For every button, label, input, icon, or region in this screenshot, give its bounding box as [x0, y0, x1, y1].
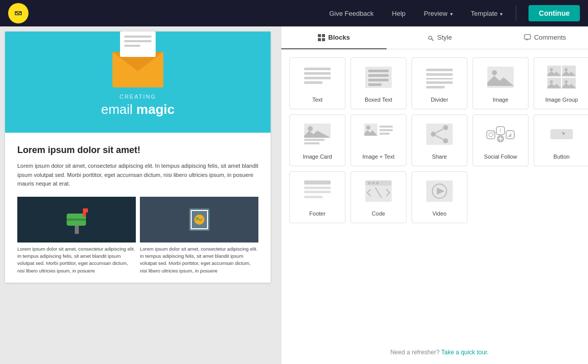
template-chevron-icon	[500, 10, 503, 17]
svg-rect-65	[304, 180, 331, 185]
block-video-icon-area	[416, 178, 463, 204]
block-image-text[interactable]: Image + Text	[350, 114, 406, 166]
col-text-1: Lorem ipsum dolor sit amet, consectetur …	[17, 242, 136, 275]
tour-link[interactable]: Take a quick tour.	[441, 349, 488, 356]
continue-button[interactable]: Continue	[528, 5, 580, 21]
divider-block-icon	[424, 65, 455, 90]
block-image-text-icon-area	[355, 121, 402, 147]
block-video-label: Video	[432, 210, 447, 217]
refresher-section: Need a refresher? Take a quick tour.	[281, 343, 588, 364]
template-link[interactable]: Template	[462, 10, 512, 17]
block-footer-icon-area	[294, 178, 341, 204]
block-text[interactable]: Text	[289, 57, 345, 109]
block-share-label: Share	[432, 154, 447, 160]
letter-lines	[120, 32, 156, 51]
blocks-row-3: Footer	[289, 171, 588, 223]
style-icon	[427, 34, 434, 41]
give-feedback-link[interactable]: Give Feedback	[320, 10, 383, 17]
block-boxed-text[interactable]: Boxed Text	[350, 57, 406, 109]
boxed-text-block-icon	[363, 65, 394, 90]
text-block-icon	[302, 65, 333, 90]
main-layout: CREATING email magic Lorem ipsum dolor s…	[0, 26, 588, 364]
svg-rect-49	[426, 124, 453, 145]
block-divider[interactable]: Divider	[411, 57, 467, 109]
blocks-row-2: Image Card Image + Text	[289, 114, 588, 166]
logo	[8, 3, 28, 23]
svg-rect-15	[524, 35, 531, 39]
nav-links: Give Feedback Help Preview Template Cont…	[320, 5, 580, 21]
block-code-icon-area	[355, 178, 402, 204]
panel-tabs: Blocks Style Comments	[281, 26, 588, 49]
block-code[interactable]: Code	[350, 171, 406, 223]
svg-rect-22	[368, 74, 389, 77]
svg-rect-5	[83, 208, 88, 213]
block-share-icon-area	[416, 121, 463, 147]
tab-comments[interactable]: Comments	[492, 26, 588, 49]
svg-point-71	[368, 182, 371, 185]
svg-line-14	[431, 39, 433, 41]
svg-rect-23	[368, 79, 389, 81]
preview-link[interactable]: Preview	[415, 10, 461, 17]
block-video[interactable]: Video	[411, 171, 467, 223]
blocks-icon	[318, 34, 325, 41]
svg-point-51	[431, 132, 436, 137]
email-heading: Lorem ipsum dolor sit amet!	[17, 145, 258, 156]
hero-subtitle: CREATING	[15, 94, 260, 100]
block-social-follow[interactable]: f Social Follow	[473, 114, 528, 166]
svg-rect-46	[379, 126, 393, 128]
svg-rect-18	[304, 77, 331, 79]
block-social-follow-icon-area: f	[477, 121, 524, 147]
preview-panel: CREATING email magic Lorem ipsum dolor s…	[0, 26, 281, 364]
svg-rect-11	[322, 34, 325, 37]
svg-rect-26	[426, 73, 453, 76]
tab-blocks[interactable]: Blocks	[281, 26, 387, 49]
svg-rect-43	[304, 142, 319, 144]
svg-rect-48	[379, 133, 390, 135]
svg-rect-28	[426, 81, 453, 84]
block-footer-label: Footer	[309, 210, 326, 217]
tab-style[interactable]: Style	[387, 26, 492, 49]
svg-rect-10	[318, 34, 321, 37]
svg-rect-13	[322, 38, 325, 41]
block-image-card[interactable]: Image Card	[289, 114, 345, 166]
block-image-group[interactable]: Image Group	[534, 57, 588, 109]
block-share[interactable]: Share	[411, 114, 467, 166]
image-group-block-icon	[546, 65, 577, 90]
block-image[interactable]: Image	[473, 57, 528, 109]
svg-point-37	[550, 80, 553, 83]
share-block-icon	[424, 122, 455, 147]
svg-point-73	[376, 182, 379, 185]
svg-point-56	[489, 133, 493, 137]
comments-icon	[524, 34, 531, 41]
svg-rect-21	[368, 70, 389, 72]
blocks-panel: Blocks Style Comments	[281, 26, 588, 364]
block-boxed-text-label: Boxed Text	[365, 97, 392, 103]
block-image-card-icon-area	[294, 121, 341, 147]
block-image-label: Image	[493, 97, 509, 103]
footer-block-icon	[302, 178, 333, 204]
email-body: Lorem ipsum dolor sit amet! Lorem ipsum …	[5, 133, 271, 283]
help-link[interactable]: Help	[383, 10, 415, 17]
letter-line-short	[124, 45, 140, 47]
block-text-label: Text	[312, 97, 322, 103]
block-text-icon-area	[294, 64, 341, 90]
col-image-2	[140, 197, 258, 242]
svg-point-0	[13, 8, 23, 18]
social-follow-block-icon: f	[485, 122, 516, 147]
svg-rect-29	[426, 86, 445, 88]
image-text-block-icon	[363, 122, 394, 147]
svg-point-57	[493, 132, 494, 133]
block-button[interactable]: Button	[534, 114, 588, 166]
envelope-letter	[120, 32, 156, 57]
hero-title: email magic	[15, 102, 260, 117]
block-code-label: Code	[372, 210, 385, 217]
col-item-2: Lorem ipsum dolor sit amet, consectetur …	[140, 197, 258, 275]
letter-line	[124, 36, 152, 38]
block-footer[interactable]: Footer	[289, 171, 345, 223]
topnav: Give Feedback Help Preview Template Cont…	[0, 0, 588, 26]
svg-rect-25	[426, 69, 453, 71]
block-image-text-label: Image + Text	[362, 154, 394, 160]
svg-point-35	[565, 68, 568, 71]
svg-rect-17	[304, 72, 331, 75]
refresher-text: Need a refresher?	[390, 349, 439, 356]
